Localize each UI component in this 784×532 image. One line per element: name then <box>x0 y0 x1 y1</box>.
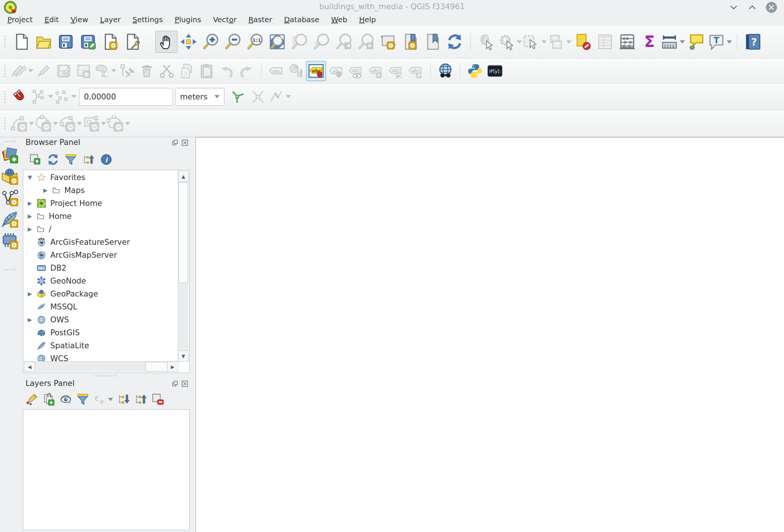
enable-tracing-button[interactable] <box>268 87 291 107</box>
snapping-units-combo[interactable]: meters <box>175 88 224 106</box>
rectangle-button[interactable] <box>82 113 106 133</box>
scroll-right-button[interactable]: ▶ <box>167 362 178 372</box>
circular-string-button[interactable] <box>10 113 34 133</box>
current-edits-button[interactable] <box>10 61 34 81</box>
close-button[interactable] <box>766 1 777 13</box>
toolbar-grip[interactable] <box>4 268 16 272</box>
close-panel-button[interactable] <box>181 380 188 387</box>
tree-item-mssql[interactable]: MSSQL <box>24 300 178 313</box>
open-layer-styling-button[interactable] <box>26 393 38 406</box>
zoom-in-button[interactable] <box>200 31 222 53</box>
pan-to-selection-button[interactable] <box>177 31 200 53</box>
zoom-next-button[interactable] <box>355 31 377 53</box>
scroll-down-button[interactable]: ▼ <box>178 350 189 362</box>
tree-item-geonode[interactable]: GeoNode <box>24 274 178 287</box>
deselect-all-button[interactable] <box>572 31 594 53</box>
tree-item-geopackage[interactable]: ▶GeoPackage <box>24 287 178 300</box>
menu-vector[interactable]: Vector <box>207 14 242 25</box>
expander-closed-icon[interactable]: ▶ <box>28 316 37 323</box>
tree-item-project-home[interactable]: ▶Project Home <box>24 197 178 210</box>
help-contents-button[interactable]: ? <box>742 31 764 53</box>
open-project-button[interactable] <box>33 31 55 53</box>
paste-features-button[interactable] <box>197 61 217 81</box>
browser-horizontal-scrollbar[interactable]: ◀ ▶ <box>24 361 178 372</box>
delete-selected-button[interactable] <box>137 61 157 81</box>
scrollbar-thumb[interactable] <box>145 362 167 372</box>
tree-item-arcgis-map-server[interactable]: ArcGisMapServer <box>24 248 178 261</box>
expander-closed-icon[interactable]: ▶ <box>43 187 52 194</box>
menu-edit[interactable]: Edit <box>38 14 65 25</box>
layer-labeling-options-button[interactable]: abc <box>266 61 286 81</box>
tree-item-db2[interactable]: DB2DB2 <box>24 261 178 274</box>
topological-editing-button[interactable] <box>228 87 248 107</box>
snapping-tolerance-spinbox[interactable] <box>79 88 173 106</box>
map-canvas[interactable] <box>196 137 784 532</box>
tree-item-arcgis-feature-server[interactable]: ArcGisFeatureServer <box>24 235 178 248</box>
highlight-pinned-labels-button[interactable]: abc <box>306 61 326 81</box>
tree-item-ows[interactable]: ▶OWS <box>24 313 178 326</box>
select-features-button[interactable] <box>522 31 547 53</box>
data-source-manager-button[interactable] <box>1 146 18 164</box>
new-spatialite-layer-button[interactable] <box>1 210 18 228</box>
tree-item-home[interactable]: ▶Home <box>24 210 178 223</box>
undo-button[interactable] <box>217 61 237 81</box>
run-feature-action-button[interactable] <box>498 31 522 53</box>
move-label-button[interactable]: abc <box>366 61 386 81</box>
zoom-full-button[interactable] <box>266 31 288 53</box>
remove-layer-button[interactable] <box>152 393 164 406</box>
expander-closed-icon[interactable]: ▶ <box>28 213 37 220</box>
properties-widget-button[interactable]: i <box>100 153 112 166</box>
menu-help[interactable]: Help <box>353 14 382 25</box>
new-print-layout-button[interactable] <box>99 31 121 53</box>
save-project-as-button[interactable] <box>77 31 99 53</box>
multiedit-attributes-button[interactable] <box>74 61 94 81</box>
toolbar-grip[interactable] <box>3 35 7 48</box>
new-spatial-bookmark-button[interactable] <box>377 31 399 53</box>
new-geopackage-layer-button[interactable] <box>1 167 18 186</box>
float-panel-button[interactable] <box>172 380 179 387</box>
expander-closed-icon[interactable]: ▶ <box>28 200 37 207</box>
scroll-up-button[interactable]: ▲ <box>178 171 189 182</box>
zoom-to-layer-button[interactable] <box>310 31 333 53</box>
change-label-button[interactable]: abc <box>406 61 426 81</box>
filter-legend-button[interactable] <box>77 393 89 406</box>
snapping-type-button[interactable] <box>54 87 77 107</box>
pan-map-button[interactable] <box>155 31 177 53</box>
statistical-summary-button[interactable]: Σ <box>638 31 661 53</box>
identify-features-button[interactable]: i <box>475 31 498 53</box>
panel-resize-handle[interactable] <box>95 375 117 377</box>
snap-on-intersection-button[interactable] <box>248 87 268 107</box>
minimize-button[interactable] <box>729 2 739 13</box>
menu-plugins[interactable]: Plugins <box>169 14 207 25</box>
titlebar[interactable]: buildings_with_media - QGIS f334961 <box>0 0 784 14</box>
open-attribute-table-button[interactable] <box>594 31 616 53</box>
tree-item-spatialite[interactable]: SpatiaLite <box>24 339 178 352</box>
circle-button[interactable] <box>34 113 58 133</box>
enable-snapping-button[interactable] <box>10 87 30 107</box>
new-virtual-layer-button[interactable] <box>1 231 18 250</box>
metasearch-button[interactable] <box>435 61 455 81</box>
field-calculator-button[interactable] <box>616 31 638 53</box>
zoom-last-button[interactable] <box>333 31 355 53</box>
expand-all-button[interactable] <box>118 393 130 406</box>
menu-database[interactable]: Database <box>278 14 325 25</box>
spatial-bookmark-manager-button[interactable] <box>421 31 444 53</box>
collapse-all-button[interactable] <box>135 393 147 406</box>
expander-open-icon[interactable]: ▼ <box>28 174 37 181</box>
show-layout-manager-button[interactable] <box>121 31 143 53</box>
filter-by-expression-button[interactable]: ε <box>94 393 113 406</box>
filter-browser-button[interactable] <box>65 153 77 166</box>
refresh-map-button[interactable] <box>444 31 466 53</box>
toolbar-grip[interactable] <box>3 90 7 104</box>
menu-raster[interactable]: Raster <box>242 14 278 25</box>
zoom-out-button[interactable] <box>222 31 244 53</box>
tree-item-favorites[interactable]: ▼Favorites <box>24 171 178 184</box>
copy-features-button[interactable] <box>177 61 197 81</box>
menu-project[interactable]: Project <box>1 14 38 25</box>
tree-item-wcs[interactable]: WCS <box>24 352 178 362</box>
toolbar-grip[interactable] <box>3 64 7 78</box>
zoom-to-selection-button[interactable] <box>288 31 310 53</box>
ipython-console-button[interactable]: IP[y]: <box>485 61 505 81</box>
expander-closed-icon[interactable]: ▶ <box>28 226 37 233</box>
move-feature-button[interactable] <box>94 61 117 81</box>
